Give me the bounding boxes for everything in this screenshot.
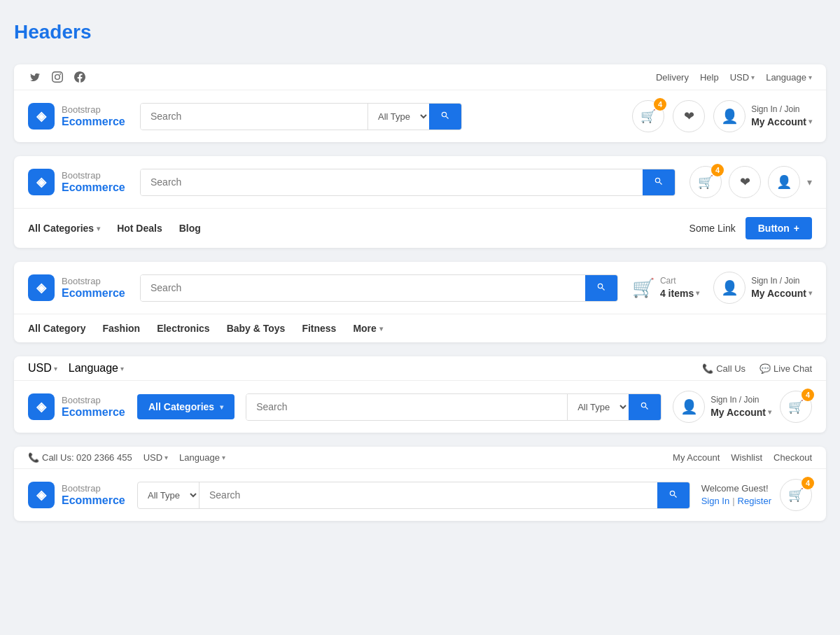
header5-top-right: My Account Wishlist Checkout xyxy=(673,452,812,463)
header4-currency[interactable]: USD ▾ xyxy=(28,362,57,375)
header2-account-chevron: ▾ xyxy=(807,176,812,188)
header5-search-button[interactable] xyxy=(657,482,690,508)
header2-cart-badge: 4 xyxy=(711,164,724,176)
some-link[interactable]: Some Link xyxy=(690,223,736,234)
header3-cart-text: Cart 4 items ▾ xyxy=(660,276,699,300)
header4-account-text: Sign In / Join My Account ▾ xyxy=(710,395,771,419)
header5-search-input[interactable] xyxy=(200,482,657,508)
header5-welcome: Welcome Guest! Sign In | Register xyxy=(701,482,771,508)
header2-search-wrapper xyxy=(140,169,676,196)
logo-icon-3: ◈ xyxy=(28,274,55,301)
header2-cart-button[interactable]: 4 🛒 xyxy=(690,166,722,198)
header1-search-input[interactable] xyxy=(141,104,368,130)
header-1: Delivery Help USD ▾ Language ▾ ◈ Bootstr… xyxy=(14,64,826,142)
phone-icon: 📞 xyxy=(702,363,713,374)
header2-button[interactable]: Button + xyxy=(746,217,812,239)
header5-cart-button[interactable]: 4 🛒 xyxy=(780,479,812,511)
header1-main: ◈ Bootstrap Ecommerce All Type 4 🛒 ❤ 👤 xyxy=(14,90,826,142)
header4-type-select[interactable]: All Type xyxy=(568,394,629,420)
header4-top-left: USD ▾ Language ▾ xyxy=(28,362,124,375)
header1-cart-button[interactable]: 4 🛒 xyxy=(632,100,664,132)
header3-search-button[interactable] xyxy=(585,275,617,301)
header2-navbar: All Categories ▾ Hot Deals Blog Some Lin… xyxy=(14,209,826,248)
header2-search-input[interactable] xyxy=(141,169,643,195)
header5-checkout-link[interactable]: Checkout xyxy=(774,452,812,463)
header2-logo[interactable]: ◈ Bootstrap Ecommerce xyxy=(28,169,126,195)
instagram-icon[interactable] xyxy=(50,70,64,84)
header4-main: ◈ Bootstrap Ecommerce All Categories ▾ A… xyxy=(14,381,826,433)
header-3: ◈ Bootstrap Ecommerce 🛒 Cart 4 items ▾ xyxy=(14,262,826,342)
header2-actions: 4 🛒 ❤ 👤 ▾ xyxy=(690,166,812,198)
nav3-fitness[interactable]: Fitness xyxy=(302,323,336,334)
header3-search-wrapper xyxy=(140,274,618,302)
header3-cart-icon: 🛒 xyxy=(632,277,654,299)
header5-search-wrapper: All Type xyxy=(137,482,690,509)
header4-logo[interactable]: ◈ Bootstrap Ecommerce xyxy=(28,393,126,420)
header5-type-select[interactable]: All Type xyxy=(138,482,200,508)
separator: | xyxy=(732,495,734,508)
header2-nav-left: All Categories ▾ Hot Deals Blog xyxy=(28,223,201,234)
header4-account[interactable]: 👤 Sign In / Join My Account ▾ xyxy=(673,391,771,423)
logo-text-3: Bootstrap Ecommerce xyxy=(62,276,125,300)
header4-top-right: 📞 Call Us 💬 Live Chat xyxy=(702,363,812,374)
chat-icon: 💬 xyxy=(760,363,771,374)
header1-type-select[interactable]: All Type xyxy=(368,104,429,130)
header4-cart-button[interactable]: 4 🛒 xyxy=(780,391,812,423)
header3-account-button[interactable]: 👤 Sign In / Join My Account ▾ xyxy=(713,272,812,304)
header5-signin-link[interactable]: Sign In xyxy=(701,495,729,508)
header1-actions: 4 🛒 ❤ 👤 Sign In / Join My Account ▾ xyxy=(632,100,812,132)
logo-icon-2: ◈ xyxy=(28,169,55,195)
header3-search-input[interactable] xyxy=(141,275,585,301)
twitter-icon[interactable] xyxy=(28,70,42,84)
header4-call-us[interactable]: 📞 Call Us xyxy=(702,363,746,374)
header5-cart-badge: 4 xyxy=(802,477,814,489)
header3-navbar: All Category Fashion Electronics Baby & … xyxy=(14,314,826,342)
facebook-icon[interactable] xyxy=(73,70,87,84)
language-dropdown[interactable]: Language ▾ xyxy=(766,72,812,83)
nav3-fashion[interactable]: Fashion xyxy=(102,323,140,334)
nav3-baby-toys[interactable]: Baby & Toys xyxy=(227,323,286,334)
delivery-link[interactable]: Delivery xyxy=(656,72,689,83)
header1-account-button[interactable]: 👤 Sign In / Join My Account ▾ xyxy=(713,100,812,132)
header2-nav-right: Some Link Button + xyxy=(690,217,812,239)
nav3-more[interactable]: More ▾ xyxy=(353,323,382,334)
header1-wishlist-button[interactable]: ❤ xyxy=(673,100,705,132)
header5-currency[interactable]: USD ▾ xyxy=(144,452,168,463)
header-5: 📞 Call Us: 020 2366 455 USD ▾ Language ▾… xyxy=(14,447,826,521)
nav-hot-deals[interactable]: Hot Deals xyxy=(117,223,162,234)
header4-search-button[interactable] xyxy=(629,394,661,420)
header4-live-chat[interactable]: 💬 Live Chat xyxy=(760,363,812,374)
header5-topbar: 📞 Call Us: 020 2366 455 USD ▾ Language ▾… xyxy=(14,447,826,469)
header-4: USD ▾ Language ▾ 📞 Call Us 💬 Live Chat ◈… xyxy=(14,356,826,433)
logo-text-5: Bootstrap Ecommerce xyxy=(62,483,125,508)
help-link[interactable]: Help xyxy=(700,72,719,83)
header3-avatar: 👤 xyxy=(713,272,746,304)
header5-my-account-link[interactable]: My Account xyxy=(673,452,720,463)
header5-logo[interactable]: ◈ Bootstrap Ecommerce xyxy=(28,482,126,508)
logo-icon-4: ◈ xyxy=(28,393,55,420)
header5-register-link[interactable]: Register xyxy=(738,495,771,508)
nav3-all-category[interactable]: All Category xyxy=(28,323,85,334)
header1-logo[interactable]: ◈ Bootstrap Ecommerce xyxy=(28,103,126,130)
header5-main: ◈ Bootstrap Ecommerce All Type Welcome G… xyxy=(14,469,826,521)
logo-text-2: Bootstrap Ecommerce xyxy=(62,170,125,195)
header4-search-input[interactable] xyxy=(246,394,567,420)
currency-dropdown[interactable]: USD ▾ xyxy=(730,72,755,83)
header5-language[interactable]: Language ▾ xyxy=(179,452,225,463)
nav-all-categories[interactable]: All Categories ▾ xyxy=(28,223,100,234)
header2-account-button[interactable]: 👤 xyxy=(768,166,800,198)
header3-cart[interactable]: 🛒 Cart 4 items ▾ xyxy=(632,276,699,300)
header4-search-wrapper: All Type xyxy=(246,393,662,421)
header1-top-links: Delivery Help USD ▾ Language ▾ xyxy=(656,72,812,83)
header5-call[interactable]: 📞 Call Us: 020 2366 455 xyxy=(28,452,132,463)
header4-categories-button[interactable]: All Categories ▾ xyxy=(137,394,234,419)
nav3-electronics[interactable]: Electronics xyxy=(157,323,209,334)
header3-logo[interactable]: ◈ Bootstrap Ecommerce xyxy=(28,274,126,301)
nav-blog[interactable]: Blog xyxy=(179,223,201,234)
header5-wishlist-link[interactable]: Wishlist xyxy=(731,452,762,463)
header2-wishlist-button[interactable]: ❤ xyxy=(729,166,761,198)
header1-search-button[interactable] xyxy=(429,104,461,130)
header1-account-text: Sign In / Join My Account ▾ xyxy=(751,104,812,128)
header2-search-button[interactable] xyxy=(643,169,675,195)
header4-language[interactable]: Language ▾ xyxy=(69,362,124,375)
